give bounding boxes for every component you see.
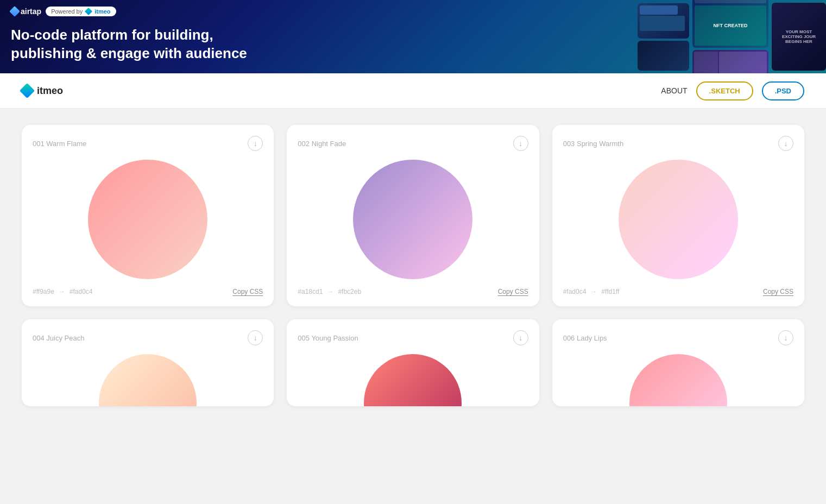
nav-about-link[interactable]: ABOUT bbox=[661, 86, 687, 95]
hero-thumb-col-2: NFT CREATED bbox=[692, 0, 768, 73]
cards-grid: 001 Warm Flame ↓ #ff9a9e → #fad0c4 Copy … bbox=[22, 125, 804, 406]
arrow-icon: → bbox=[590, 288, 597, 295]
nav-logo-text: itmeo bbox=[37, 85, 63, 97]
arrow-icon: → bbox=[59, 288, 65, 295]
nav-logo-diamond-icon bbox=[20, 83, 35, 98]
card-partial-005: 005 Young Passion ↓ bbox=[287, 319, 539, 406]
card-title-004: 004 Juicy Peach bbox=[33, 334, 84, 342]
card-title-002: 002 Night Fade bbox=[298, 140, 346, 148]
nav-logo[interactable]: itmeo bbox=[22, 85, 63, 97]
itmeo-badge-label: itmeo bbox=[94, 8, 110, 15]
navbar: itmeo ABOUT .SKETCH .PSD bbox=[0, 73, 826, 109]
download-button-004[interactable]: ↓ bbox=[248, 330, 263, 345]
card-footer-001: #ff9a9e → #fad0c4 Copy CSS bbox=[33, 288, 263, 295]
nav-psd-button[interactable]: .PSD bbox=[762, 81, 804, 100]
airtap-badge: airtap Powered by itmeo bbox=[11, 7, 247, 16]
gradient-circle-001 bbox=[88, 160, 207, 279]
card-title-006: 006 Lady Lips bbox=[563, 334, 607, 342]
nav-right: ABOUT .SKETCH .PSD bbox=[661, 81, 804, 100]
arrow-icon: → bbox=[327, 288, 333, 295]
hero-images: NFT CREATED YOUR MOSTEXCITING JOURBEGINS… bbox=[638, 0, 826, 73]
download-button-006[interactable]: ↓ bbox=[778, 330, 793, 345]
copy-css-button-001[interactable]: Copy CSS bbox=[232, 288, 263, 295]
powered-badge: Powered by itmeo bbox=[46, 7, 116, 16]
main-content: 001 Warm Flame ↓ #ff9a9e → #fad0c4 Copy … bbox=[0, 109, 826, 423]
card-header-004: 004 Juicy Peach ↓ bbox=[33, 330, 263, 345]
card-header-006: 006 Lady Lips ↓ bbox=[563, 330, 793, 345]
hero-thumb-col-1 bbox=[638, 3, 689, 71]
download-button-002[interactable]: ↓ bbox=[513, 136, 528, 151]
hero-thumb-col-3: YOUR MOSTEXCITING JOURBEGINS HER bbox=[772, 3, 826, 71]
download-button-005[interactable]: ↓ bbox=[513, 330, 528, 345]
hero-thumb-5: YOUR MOSTEXCITING JOURBEGINS HER bbox=[772, 3, 826, 71]
card-partial-006: 006 Lady Lips ↓ bbox=[552, 319, 804, 406]
card-title-001: 001 Warm Flame bbox=[33, 140, 86, 148]
gradient-circle-partial-006 bbox=[629, 354, 727, 406]
hero-thumb-2 bbox=[638, 41, 689, 71]
download-button-003[interactable]: ↓ bbox=[778, 136, 793, 151]
hero-left: airtap Powered by itmeo No-code platform… bbox=[11, 7, 247, 63]
color-range-001: #ff9a9e → #fad0c4 bbox=[33, 288, 93, 295]
itmeo-badge-diamond-icon bbox=[85, 8, 92, 15]
card-002: 002 Night Fade ↓ #a18cd1 → #fbc2eb Copy … bbox=[287, 125, 539, 306]
card-footer-003: #fad0c4 → #ffd1ff Copy CSS bbox=[563, 288, 793, 295]
copy-css-button-003[interactable]: Copy CSS bbox=[763, 288, 793, 295]
gradient-circle-partial-004 bbox=[99, 354, 197, 406]
card-partial-004: 004 Juicy Peach ↓ bbox=[22, 319, 274, 406]
gradient-circle-partial-005 bbox=[364, 354, 462, 406]
airtap-logo: airtap bbox=[11, 7, 41, 16]
hero-thumb-1 bbox=[638, 3, 689, 39]
gradient-circle-003 bbox=[619, 160, 738, 279]
hero-headline: No-code platform for building, publishin… bbox=[11, 26, 247, 63]
airtap-text: airtap bbox=[21, 7, 41, 16]
card-001: 001 Warm Flame ↓ #ff9a9e → #fad0c4 Copy … bbox=[22, 125, 274, 306]
hero-headline-line2: publishing & engage with audience bbox=[11, 45, 247, 61]
download-button-001[interactable]: ↓ bbox=[248, 136, 263, 151]
color-range-002: #a18cd1 → #fbc2eb bbox=[298, 288, 361, 295]
copy-css-button-002[interactable]: Copy CSS bbox=[498, 288, 528, 295]
card-title-005: 005 Young Passion bbox=[298, 334, 358, 342]
hero-thumb-4 bbox=[692, 50, 768, 73]
gradient-circle-002 bbox=[353, 160, 472, 279]
airtap-diamond-icon bbox=[9, 6, 20, 17]
card-header-003: 003 Spring Warmth ↓ bbox=[563, 136, 793, 151]
hero-headline-line1: No-code platform for building, bbox=[11, 27, 213, 43]
card-header-002: 002 Night Fade ↓ bbox=[298, 136, 528, 151]
hero-thumb-3: NFT CREATED bbox=[692, 0, 768, 48]
card-title-003: 003 Spring Warmth bbox=[563, 140, 624, 148]
color-range-003: #fad0c4 → #ffd1ff bbox=[563, 288, 620, 295]
card-footer-002: #a18cd1 → #fbc2eb Copy CSS bbox=[298, 288, 528, 295]
card-header-005: 005 Young Passion ↓ bbox=[298, 330, 528, 345]
powered-by-label: Powered by bbox=[51, 8, 83, 15]
card-header-001: 001 Warm Flame ↓ bbox=[33, 136, 263, 151]
hero-banner: airtap Powered by itmeo No-code platform… bbox=[0, 0, 826, 73]
card-003: 003 Spring Warmth ↓ #fad0c4 → #ffd1ff Co… bbox=[552, 125, 804, 306]
nav-sketch-button[interactable]: .SKETCH bbox=[696, 81, 753, 100]
